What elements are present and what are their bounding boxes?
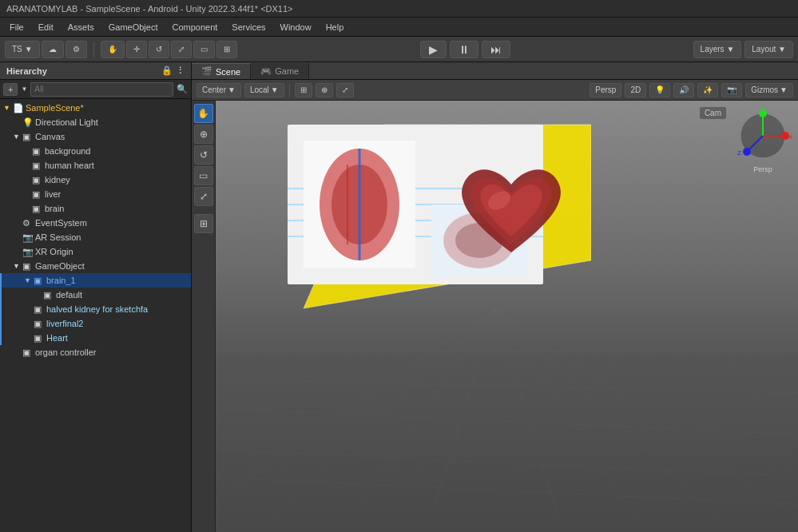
hierarchy-search-input[interactable] bbox=[30, 82, 173, 97]
snap-toggle[interactable]: ⤢ bbox=[336, 83, 354, 97]
tree-label-human-heart: human heart bbox=[45, 161, 94, 170]
dropdown-arrow-icon: ▼ bbox=[25, 45, 33, 54]
gameobject-icon: ▣ bbox=[34, 319, 45, 329]
audio-toggle[interactable]: 🔊 bbox=[673, 83, 694, 97]
tree-item-default[interactable]: ▣ default bbox=[0, 288, 191, 302]
tree-item-canvas[interactable]: ▼ ▣ Canvas bbox=[0, 129, 191, 144]
grid-toggle[interactable]: ⊞ bbox=[295, 83, 312, 97]
rect-tool[interactable]: ▭ bbox=[193, 41, 215, 58]
canvas-icon: ▣ bbox=[22, 132, 34, 142]
tree-item-halved-kidney[interactable]: ▣ halved kidney for sketchfa bbox=[0, 302, 191, 316]
settings-button[interactable]: ⚙ bbox=[66, 41, 87, 58]
title-text: ARANATOMYLAB - SampleScene - Android - U… bbox=[6, 4, 293, 14]
scene-background: X Y Z Persp Cam bbox=[192, 101, 798, 532]
tree-item-samplescene[interactable]: ▼ 📄 SampleScene* bbox=[0, 101, 191, 115]
play-button[interactable]: ▶ bbox=[420, 41, 447, 58]
hand-tool[interactable]: ✋ bbox=[101, 41, 125, 58]
menu-edit[interactable]: Edit bbox=[32, 21, 60, 34]
scale-tool[interactable]: ⤢ bbox=[171, 41, 192, 58]
tree-label-canvas: Canvas bbox=[35, 132, 65, 141]
menu-gameobject[interactable]: GameObject bbox=[102, 21, 165, 34]
ts-dropdown[interactable]: TS ▼ bbox=[5, 41, 40, 58]
2d-button[interactable]: 2D bbox=[625, 83, 646, 97]
menu-bar: File Edit Assets GameObject Component Se… bbox=[0, 18, 798, 37]
layout-button[interactable]: Layout ▼ bbox=[744, 41, 793, 58]
menu-file[interactable]: File bbox=[3, 21, 30, 34]
gameobject-icon: ▣ bbox=[22, 261, 34, 272]
tree-item-brain1[interactable]: ▼ ▣ brain_1 bbox=[0, 273, 191, 288]
scene-camera[interactable]: 📷 bbox=[721, 83, 742, 97]
lighting-toggle[interactable]: 💡 bbox=[649, 83, 670, 97]
2d-label: 2D bbox=[630, 85, 641, 94]
tree-item-gameobject[interactable]: ▼ ▣ GameObject bbox=[0, 259, 191, 273]
custom-tool-btn[interactable]: ⊞ bbox=[194, 214, 213, 233]
center-dropdown[interactable]: Center ▼ bbox=[197, 83, 241, 97]
menu-component[interactable]: Component bbox=[165, 21, 224, 34]
svg-line-1 bbox=[495, 309, 799, 518]
layers-button[interactable]: Layers ▼ bbox=[693, 41, 742, 58]
tree-label-default: default bbox=[56, 290, 82, 300]
fx-toggle[interactable]: ✨ bbox=[697, 83, 718, 97]
dropdown-icon: ▼ bbox=[228, 85, 236, 94]
svg-line-12 bbox=[192, 476, 798, 504]
tree-item-eventsystem[interactable]: ⚙ EventSystem bbox=[0, 216, 191, 230]
transform-all-tool[interactable]: ⊞ bbox=[216, 41, 237, 58]
hand-tool-btn[interactable]: ✋ bbox=[194, 104, 213, 123]
heart-3d-model bbox=[447, 149, 575, 276]
cloud-icon: ☁ bbox=[49, 45, 57, 54]
transform-tools: ✋ ✛ ↺ ⤢ ▭ ⊞ bbox=[101, 41, 237, 58]
expand-arrow-icon: ▼ bbox=[3, 104, 13, 112]
tab-game[interactable]: 🎮 Game bbox=[251, 63, 309, 79]
gizmo-toggle[interactable]: ⊕ bbox=[316, 83, 333, 97]
tree-item-liver[interactable]: ▣ liver bbox=[0, 187, 191, 201]
tab-scene[interactable]: 🎬 Scene bbox=[192, 63, 251, 79]
pause-button[interactable]: ⏸ bbox=[450, 41, 478, 58]
center-label: Center bbox=[202, 85, 226, 94]
tree-item-human-heart[interactable]: ▣ human heart bbox=[0, 158, 191, 173]
scene-toolbar: Center ▼ Local ▼ ⊞ ⊕ ⤢ Persp 2D 💡 🔊 ✨ 📷 bbox=[192, 80, 798, 101]
tree-item-liverfinal2[interactable]: ▣ liverfinal2 bbox=[0, 316, 191, 331]
step-button[interactable]: ⏭ bbox=[482, 41, 510, 58]
rotate-tool[interactable]: ↺ bbox=[149, 41, 169, 58]
more-options-icon[interactable]: ⋮ bbox=[176, 66, 185, 76]
menu-assets[interactable]: Assets bbox=[62, 21, 101, 34]
move-rotate-btn[interactable]: ↺ bbox=[194, 145, 213, 165]
svg-line-7 bbox=[495, 309, 719, 518]
gameobject-icon: ▣ bbox=[34, 333, 45, 343]
tree-item-heart[interactable]: ▣ Heart bbox=[0, 331, 191, 345]
menu-help[interactable]: Help bbox=[320, 21, 351, 34]
toolbar-separator-1 bbox=[93, 42, 94, 58]
hierarchy-add-button[interactable]: + bbox=[3, 83, 18, 96]
tree-item-directional-light[interactable]: 💡 Directional Light bbox=[0, 115, 191, 129]
tree-label-liver: liver bbox=[45, 189, 61, 199]
tree-item-kidney[interactable]: ▣ kidney bbox=[0, 173, 191, 187]
tree-label-eventsystem: EventSystem bbox=[35, 218, 87, 228]
select-tool-btn[interactable]: ⊕ bbox=[194, 125, 213, 144]
hierarchy-tree: ▼ 📄 SampleScene* 💡 Directional Light ▼ ▣… bbox=[0, 99, 191, 532]
lock-icon[interactable]: 🔒 bbox=[161, 66, 173, 76]
tree-label-organ-controller: organ controller bbox=[35, 347, 96, 357]
svg-text:Y: Y bbox=[761, 105, 766, 112]
eventsystem-icon: ⚙ bbox=[22, 218, 34, 228]
persp-dropdown[interactable]: Persp bbox=[590, 83, 621, 97]
local-dropdown[interactable]: Local ▼ bbox=[244, 83, 284, 97]
rect-select-btn[interactable]: ▭ bbox=[194, 166, 213, 185]
cloud-button[interactable]: ☁ bbox=[42, 41, 64, 58]
svg-line-4 bbox=[431, 309, 495, 518]
transform-btn[interactable]: ⤢ bbox=[194, 187, 213, 206]
tree-item-ar-session[interactable]: 📷 AR Session bbox=[0, 230, 191, 244]
scene-viewport[interactable]: X Y Z Persp Cam ✋ ⊕ ↺ ▭ ⤢ ⊞ bbox=[192, 101, 798, 532]
search-icon: 🔍 bbox=[177, 84, 188, 94]
tree-item-organ-controller[interactable]: ▣ organ controller bbox=[0, 345, 191, 359]
scene-tab-icon: 🎬 bbox=[201, 66, 212, 77]
tree-item-background[interactable]: ▣ background bbox=[0, 144, 191, 158]
menu-window[interactable]: Window bbox=[274, 21, 318, 34]
menu-services[interactable]: Services bbox=[225, 21, 272, 34]
tree-label-background: background bbox=[45, 146, 91, 156]
title-bar: ARANATOMYLAB - SampleScene - Android - U… bbox=[0, 0, 798, 18]
tree-item-brain[interactable]: ▣ brain bbox=[0, 201, 191, 216]
move-tool[interactable]: ✛ bbox=[126, 41, 147, 58]
tree-item-xr-origin[interactable]: 📷 XR Origin bbox=[0, 244, 191, 259]
gizmos-dropdown[interactable]: Gizmos ▼ bbox=[745, 83, 793, 97]
tree-label-brain: brain bbox=[45, 204, 64, 213]
